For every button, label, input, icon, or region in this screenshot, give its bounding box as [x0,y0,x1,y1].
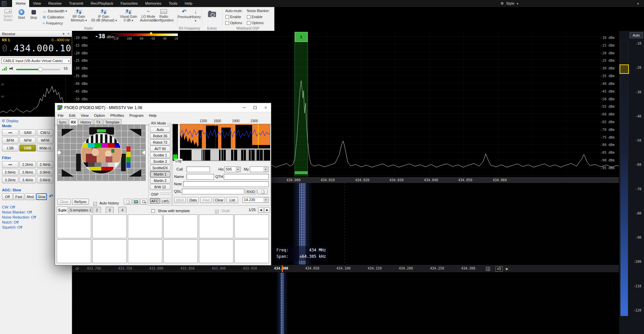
noise-blanker-enable-checkbox[interactable]: Enable [247,15,263,19]
picture-slot[interactable] [92,214,127,238]
rx-mode-scottiedx[interactable]: ScottieDX [150,165,170,171]
note-input[interactable] [183,181,269,187]
auto-mute-enable-checkbox[interactable]: Enable [225,15,241,19]
audio-device-select[interactable]: CABLE Input (VB-Audio Virtual Cable) ▾ [1,58,71,64]
rx-mode-auto[interactable]: Auto [150,127,170,133]
zoom-factor-badge[interactable]: x5 [495,266,503,272]
menu-item[interactable]: Help [181,0,196,7]
dsp-status-line[interactable]: Notch: Off [2,220,36,225]
mode-button[interactable]: LSB [2,145,18,151]
mode-button[interactable]: BFM [2,137,18,144]
my-select[interactable]: ▾ [250,166,269,172]
speaker-icon[interactable] [9,67,14,70]
app-icon[interactable] [2,1,7,6]
menu-item[interactable]: Tools [165,0,181,7]
next-page-button[interactable]: ▶ [264,207,270,213]
log-action-button[interactable]: Find [200,197,212,203]
agc-button[interactable]: Med [25,193,36,200]
picture-slot[interactable] [57,239,91,263]
filter-button[interactable]: 2.4kHz [37,161,53,168]
rx-mode-martin2[interactable]: Martin 2 [150,178,170,184]
menu-item[interactable]: Transmit [65,0,87,7]
chevron-down-icon[interactable]: ▾ [63,31,64,37]
picture-slot[interactable] [163,239,198,263]
bandwidth-button[interactable]: ↔ Bandwidth ▾ [43,9,67,13]
refresh-icon[interactable]: ⟳ [75,266,79,272]
log-action-button[interactable]: Data [187,197,199,203]
menu-item[interactable]: File [55,112,66,119]
mode-button[interactable]: NFM [19,137,36,144]
filter-button[interactable]: 3.4kHz [19,177,36,183]
auto-range-button[interactable]: Auto [630,32,643,38]
rx-mode-martin1[interactable]: Martin 1 [150,171,170,177]
mode-button[interactable]: Wide-U [37,145,53,151]
auto-mute-options-checkbox[interactable]: Options [225,21,242,25]
noise-blanker-options-checkbox[interactable]: Options [247,21,264,25]
intensity-gradient-bar[interactable] [620,41,628,316]
close-button[interactable]: × [260,103,271,112]
resync-button[interactable]: ReSync [72,199,89,205]
call-input[interactable] [186,166,210,172]
menu-item[interactable]: Favourites [117,0,141,7]
mmsstv-titlebar[interactable]: F5OEO (F5OEO.MDT) - MMSSTV Ver 1.08 × [55,103,271,112]
mode-button[interactable]: SAM [19,129,36,136]
tab-spix[interactable]: S.pix [57,206,68,213]
tab-stemplates4[interactable]: 4 [118,207,126,213]
maximize-button[interactable] [250,103,260,112]
select-radio-button[interactable]: Select Radio [1,9,15,22]
style-selector[interactable]: ⚙ Style ▾ [500,0,518,7]
log-action-button[interactable]: QSO [174,197,186,203]
picture-slot[interactable] [57,214,91,238]
filter-button[interactable]: 3.2kHz [2,177,18,183]
undo-icon[interactable]: ↶ [49,193,53,199]
sstv-spectrum[interactable] [180,124,270,149]
his-select[interactable]: 595 ▾ [224,166,241,172]
rx-mode-scottie1[interactable]: Scottie 1 [150,152,170,158]
picture-slot[interactable] [128,239,162,263]
calibration-button[interactable]: ⊕ Calibration [43,15,64,19]
log-action-button[interactable]: Clear [213,197,225,203]
menu-item[interactable]: Receive [45,0,65,7]
show-with-template-checkbox[interactable]: Show with template [151,207,190,213]
volume-handle[interactable] [38,67,43,71]
agc-button[interactable]: Fast [13,193,24,200]
lms-button[interactable]: LMS [160,198,170,204]
radio-configuration-button[interactable]: Radio Configuration [152,9,176,22]
receive-panel-header[interactable]: Receive ▾ × [0,31,72,37]
qsl-input[interactable] [182,189,244,194]
picture-slot[interactable] [199,239,233,263]
menu-item[interactable]: Option [91,112,107,119]
prev-page-button[interactable]: ◀ [258,207,264,213]
close-icon[interactable]: × [67,31,69,37]
save-image-button[interactable] [132,199,140,205]
tuned-frequency[interactable]: 0.434.000.100 [2,43,77,53]
filter-button[interactable]: 3.0kHz [37,169,53,176]
rx-mode-bw12[interactable]: B/W 12 [150,184,170,190]
menu-item[interactable]: Edit [66,112,78,119]
tab-stemplates3[interactable]: 3 [106,207,114,213]
level-color-scale[interactable] [112,33,178,36]
frequency-select[interactable]: 14.230 ▾ [243,197,269,203]
waterfall-band-overview[interactable] [72,273,619,334]
rx-mode-scottie2[interactable]: Scottie 2 [150,158,170,164]
frequency-button[interactable]: ≈ Frequency [43,21,63,25]
tab-rx[interactable]: RX [69,118,78,125]
filter-button[interactable]: 2.8kHz [19,169,36,176]
name-input[interactable] [186,174,214,180]
menu-item[interactable]: PRofiles [108,112,127,119]
agc-button[interactable]: Slow [36,193,47,200]
rxid-button[interactable]: RXID [245,189,256,194]
filter-button[interactable]: ••• [2,161,18,168]
picture-slot[interactable] [128,214,162,238]
agc-button[interactable]: Off [2,193,13,200]
stop-button[interactable]: Stop [28,9,39,19]
received-sstv-image[interactable] [57,125,146,181]
dsp-status-line[interactable]: CW: Off [2,205,36,210]
mode-button[interactable]: WFM [37,137,53,144]
picture-slot[interactable] [199,214,233,238]
screenshot-button[interactable] [205,12,219,17]
log-action-button[interactable]: List [226,197,238,203]
visual-gain-button[interactable]: Visual Gain 0 dB ▾ [119,9,138,22]
menu-item[interactable]: Memories [142,0,165,7]
pan-right-icon[interactable]: ▶ [506,266,508,272]
